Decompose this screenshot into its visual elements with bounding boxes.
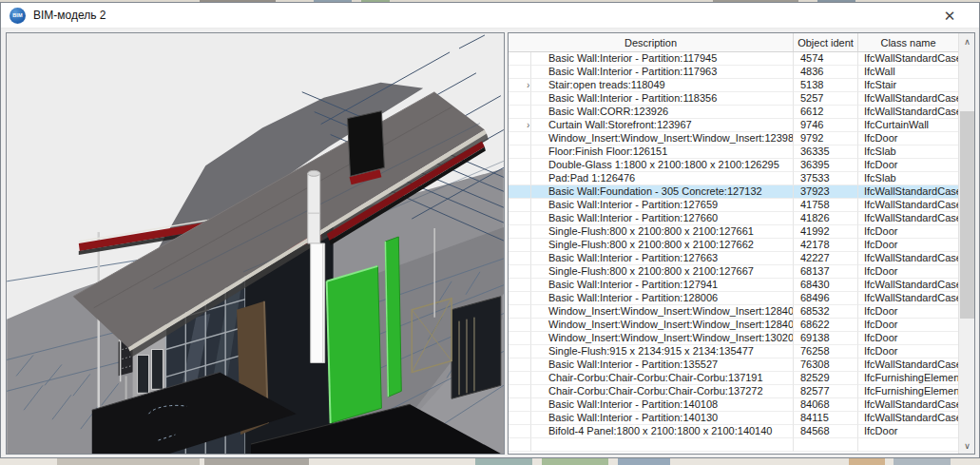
expander-icon[interactable] xyxy=(509,279,531,292)
table-row[interactable]: Window_Insert:Window_Insert:Window_Inser… xyxy=(509,319,958,332)
expander-icon[interactable] xyxy=(509,106,531,119)
table-row[interactable]: Double-Glass 1:1800 x 2100:1800 x 2100:1… xyxy=(509,159,958,172)
window-title: BIM-модель 2 xyxy=(33,9,106,22)
table-row[interactable]: Single-Flush:800 x 2100:800 x 2100:12766… xyxy=(509,239,958,252)
table-row[interactable]: Basic Wall:Interior - Partition:127660 4… xyxy=(509,212,958,225)
cell-class-name: IfcDoor xyxy=(858,345,958,358)
vertical-scrollbar[interactable]: ∧ ∨ xyxy=(958,33,974,454)
table-row[interactable]: › Curtain Wall:Storefront:123967 9746 If… xyxy=(509,119,958,132)
expander-icon[interactable]: › xyxy=(509,119,531,132)
expander-icon[interactable]: › xyxy=(509,79,531,92)
cell-description: Basic Wall:Interior - Partition:140108 xyxy=(531,398,794,412)
cell-class-name: IfcFurnishingElement xyxy=(858,385,958,398)
expander-icon[interactable] xyxy=(509,412,531,425)
cell-class-name: IfcWallStandardCase xyxy=(858,106,958,119)
expander-icon[interactable] xyxy=(509,212,531,225)
cell-description: Single-Flush:915 x 2134:915 x 2134:13547… xyxy=(531,345,794,358)
model-viewport[interactable] xyxy=(6,32,505,455)
table-row[interactable]: Basic Wall:Interior - Partition:118356 5… xyxy=(509,92,958,106)
table-row[interactable]: Basic Wall:Interior - Partition:135527 7… xyxy=(509,358,958,372)
expander-icon[interactable] xyxy=(509,438,531,452)
expander-icon[interactable] xyxy=(509,92,531,106)
expander-icon[interactable] xyxy=(509,345,531,358)
cell-description: Pad:Pad 1:126476 xyxy=(531,172,794,185)
expander-icon[interactable] xyxy=(509,159,531,172)
table-row[interactable]: Basic Wall:Interior - Partition:140108 8… xyxy=(509,398,958,412)
table-row[interactable]: Basic Wall:CORR:123926 6612 IfcWallStand… xyxy=(509,106,958,119)
table-row[interactable]: Single-Flush:915 x 2134:915 x 2134:13547… xyxy=(509,345,958,358)
expander-icon[interactable] xyxy=(509,225,531,239)
table-row[interactable]: Bifold-4 Panel:1800 x 2100:1800 x 2100:1… xyxy=(509,425,958,438)
cell-object-ident: 5257 xyxy=(794,92,858,106)
cell-description: Basic Wall:Interior - Partition:127659 xyxy=(531,199,794,212)
cell-object-ident xyxy=(794,438,858,452)
expander-icon[interactable] xyxy=(509,332,531,345)
cell-description: Basic Wall:Foundation - 305 Concrete:127… xyxy=(531,185,794,199)
expander-icon[interactable] xyxy=(509,132,531,145)
cell-description: Basic Wall:Interior - Partition:128006 xyxy=(531,292,794,305)
table-row[interactable]: Chair-Corbu:Chair-Corbu:Chair-Corbu:1372… xyxy=(509,385,958,398)
table-row[interactable]: Basic Wall:Interior - Partition:127663 4… xyxy=(509,252,958,265)
expander-icon[interactable] xyxy=(509,358,531,372)
table-row[interactable]: Floor:Finish Floor:126151 36335 IfcSlab xyxy=(509,145,958,159)
table-row[interactable] xyxy=(509,438,958,452)
cell-class-name: IfcDoor xyxy=(858,225,958,239)
expander-icon[interactable] xyxy=(509,398,531,412)
column-header-description[interactable]: Description xyxy=(509,33,794,51)
cell-description: Basic Wall:Interior - Partition:127660 xyxy=(531,212,794,225)
scrollbar-thumb[interactable] xyxy=(960,111,974,319)
expander-icon[interactable] xyxy=(509,199,531,212)
table-row[interactable]: Basic Wall:Interior - Partition:140130 8… xyxy=(509,412,958,425)
cell-class-name: IfcWallStandardCase xyxy=(858,358,958,372)
table-row[interactable]: › Stair:open treads:118049 5138 IfcStair xyxy=(509,79,958,92)
expander-icon[interactable] xyxy=(509,185,531,199)
expander-icon[interactable] xyxy=(509,425,531,438)
cell-class-name: IfcFurnishingElement xyxy=(858,372,958,385)
expander-icon[interactable] xyxy=(509,372,531,385)
expander-icon[interactable] xyxy=(509,319,531,332)
table-row[interactable]: Pad:Pad 1:126476 37533 IfcSlab xyxy=(509,172,958,185)
scroll-down-icon[interactable]: ∨ xyxy=(959,437,975,454)
cell-description: Single-Flush:800 x 2100:800 x 2100:12766… xyxy=(531,265,794,279)
cell-description: Basic Wall:CORR:123926 xyxy=(531,106,794,119)
roof-black-panel[interactable] xyxy=(348,111,385,185)
table-row[interactable]: Window_Insert:Window_Insert:Window_Inser… xyxy=(509,305,958,319)
cell-description xyxy=(531,438,794,452)
titlebar[interactable]: BIM BIM-модель 2 ✕ xyxy=(1,3,979,29)
table-row[interactable]: Window_Insert:Window_Insert:Window_Inser… xyxy=(509,332,958,345)
table-row[interactable]: Basic Wall:Interior - Partition:117963 4… xyxy=(509,66,958,79)
column-header-object-ident[interactable]: Object ident xyxy=(794,33,858,51)
expander-icon[interactable] xyxy=(509,52,531,66)
cell-object-ident: 42178 xyxy=(794,239,858,252)
table-row[interactable]: Basic Wall:Foundation - 305 Concrete:127… xyxy=(509,185,958,199)
cell-class-name: IfcDoor xyxy=(858,319,958,332)
expander-icon[interactable] xyxy=(509,145,531,159)
expander-icon[interactable] xyxy=(509,252,531,265)
cell-object-ident: 68430 xyxy=(794,279,858,292)
table-row[interactable]: Single-Flush:800 x 2100:800 x 2100:12766… xyxy=(509,265,958,279)
scroll-up-icon[interactable]: ∧ xyxy=(959,33,975,49)
expander-icon[interactable] xyxy=(509,66,531,79)
table-row[interactable]: Basic Wall:Interior - Partition:128006 6… xyxy=(509,292,958,305)
cell-class-name: IfcWallStandardCase xyxy=(858,92,958,106)
table-row[interactable]: Chair-Corbu:Chair-Corbu:Chair-Corbu:1371… xyxy=(509,372,958,385)
expander-icon[interactable] xyxy=(509,239,531,252)
table-row[interactable]: Window_Insert:Window_Insert:Window_Inser… xyxy=(509,132,958,145)
column-header-class-name[interactable]: Class name xyxy=(858,33,958,51)
table-row[interactable]: Basic Wall:Interior - Partition:127941 6… xyxy=(509,279,958,292)
table-row[interactable]: Basic Wall:Interior - Partition:127659 4… xyxy=(509,199,958,212)
object-table: Description Object ident Class name Basi… xyxy=(508,32,975,455)
table-row[interactable]: Basic Wall:Interior - Partition:117945 4… xyxy=(509,52,958,66)
close-icon[interactable]: ✕ xyxy=(935,5,964,27)
expander-icon[interactable] xyxy=(509,385,531,398)
expander-icon[interactable] xyxy=(509,292,531,305)
cell-object-ident: 4836 xyxy=(794,66,858,79)
cell-object-ident: 84068 xyxy=(794,398,858,412)
expander-icon[interactable] xyxy=(509,265,531,279)
cell-object-ident: 68532 xyxy=(794,305,858,319)
cell-description: Basic Wall:Interior - Partition:117945 xyxy=(531,52,794,66)
table-row[interactable]: Single-Flush:800 x 2100:800 x 2100:12766… xyxy=(509,225,958,239)
cell-object-ident: 9746 xyxy=(794,119,858,132)
expander-icon[interactable] xyxy=(509,305,531,319)
expander-icon[interactable] xyxy=(509,172,531,185)
